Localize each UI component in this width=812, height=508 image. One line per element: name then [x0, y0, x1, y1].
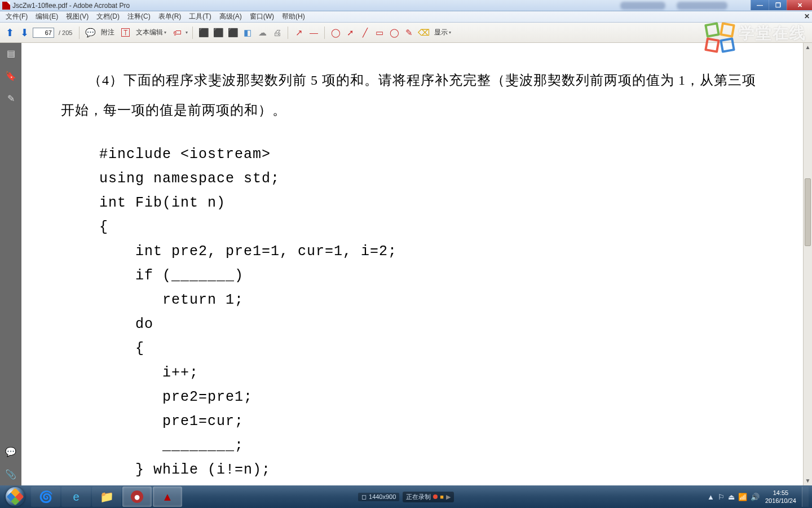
navigation-pane: ▤ 🔖 ✎ 💬 📎 [0, 43, 21, 485]
dropdown-icon[interactable]: ▾ [186, 30, 188, 35]
menu-document[interactable]: 文档(D) [93, 11, 123, 23]
oval-icon[interactable]: ◯ [388, 27, 400, 39]
taskbar-explorer[interactable]: 📁 [92, 487, 121, 507]
record-dot-icon [433, 494, 438, 499]
page-count-label: / 205 [59, 29, 72, 36]
taskbar-center-info: ◻ 812x508 正在录制■▶ [358, 492, 454, 502]
toolbar-separator [324, 27, 325, 39]
window-title: JscZw1-10flee.pdf - Adobe Acrobat Pro [12, 2, 130, 10]
document-close-button[interactable]: ✕ [804, 12, 810, 20]
arrow-tool-icon[interactable]: ↗ [293, 27, 305, 39]
menu-advanced[interactable]: 高级(A) [216, 11, 245, 23]
menu-window[interactable]: 窗口(W) [246, 11, 277, 23]
toolbar: ⬆ ⬇ / 205 💬 附注 🅃 文本编辑▾ 🏷▾ ⬛ ⬛ ⬛ ◧ ☁ 🖨 ↗ … [0, 23, 812, 43]
tray-clock[interactable]: 14:55 2016/10/24 [765, 489, 796, 505]
menu-file[interactable]: 文件(F) [2, 11, 31, 23]
tray-network-icon[interactable]: 📶 [738, 493, 747, 501]
bookmarks-panel-icon[interactable]: 🔖 [5, 70, 16, 81]
scroll-down-icon[interactable]: ▼ [804, 476, 812, 485]
attachments-panel-icon[interactable]: 📎 [5, 468, 16, 480]
watermark-text: 学堂在线 [739, 23, 806, 44]
rectangle-icon[interactable]: ▭ [373, 27, 386, 39]
toolbar-separator [192, 27, 193, 39]
next-page-icon[interactable]: ⬇ [18, 27, 30, 39]
minimize-button[interactable]: — [751, 0, 769, 10]
toolbar-separator [288, 27, 288, 39]
highlight-yellow-icon[interactable]: ⬛ [197, 27, 210, 39]
menu-help[interactable]: 帮助(H) [279, 11, 308, 23]
pdf-page[interactable]: （4）下面的程序求斐波那契数列前 5 项的和。请将程序补充完整（斐波那契数列前两… [21, 43, 803, 485]
line-tool-icon[interactable]: — [307, 27, 320, 39]
document-viewport: （4）下面的程序求斐波那契数列前 5 项的和。请将程序补充完整（斐波那契数列前两… [21, 43, 812, 485]
tray-volume-icon[interactable]: 🔊 [751, 493, 760, 501]
close-button[interactable]: ✕ [787, 0, 812, 10]
sticky-note-icon[interactable]: 💬 [84, 27, 96, 39]
tray-flag-icon[interactable]: ⚐ [718, 493, 725, 501]
highlight-green-icon[interactable]: ⬛ [212, 27, 224, 39]
cloud-icon[interactable]: ☁ [256, 27, 268, 39]
scrollbar-thumb[interactable] [805, 178, 811, 246]
highlight-red-icon[interactable]: ⬛ [227, 27, 239, 39]
windows-taskbar: 🌀 e 📁 ● ▲ ◻ 812x508 正在录制■▶ ▲ ⚐ ⏏ 📶 🔊 14… [0, 485, 812, 508]
tray-date: 2016/10/24 [765, 497, 796, 505]
toolbar-separator [79, 27, 80, 39]
signatures-panel-icon[interactable]: ✎ [5, 93, 16, 104]
window-controls: — ❐ ✕ [751, 0, 812, 10]
taskbar-ie[interactable]: e [61, 487, 91, 507]
blurred-region [677, 2, 727, 10]
menu-forms[interactable]: 表单(R) [155, 11, 185, 23]
eraser-icon[interactable]: ⌫ [417, 27, 430, 39]
prev-page-icon[interactable]: ⬆ [3, 27, 16, 39]
menu-tools[interactable]: 工具(T) [186, 11, 214, 23]
taskbar-app-1[interactable]: 🌀 [31, 487, 60, 507]
tray-up-icon[interactable]: ▲ [707, 493, 714, 501]
menu-bar: 文件(F) 编辑(E) 视图(V) 文档(D) 注释(C) 表单(R) 工具(T… [0, 11, 812, 23]
attach-note-button[interactable]: 附注 [99, 27, 117, 38]
menu-comment[interactable]: 注释(C) [124, 11, 154, 23]
system-tray: ▲ ⚐ ⏏ 📶 🔊 14:55 2016/10/24 [707, 485, 812, 508]
resolution-badge: ◻ 812x508 [358, 493, 399, 501]
maximize-button[interactable]: ❐ [769, 0, 787, 10]
blurred-region [620, 2, 665, 10]
start-button[interactable] [0, 485, 30, 508]
watermark-subtext: xuetangx.com [739, 44, 806, 52]
lasso-icon[interactable]: ◯ [329, 27, 342, 39]
vertical-scrollbar[interactable]: ▲ ▼ [803, 43, 812, 485]
recording-indicator[interactable]: 正在录制■▶ [403, 492, 454, 502]
text-edit-button[interactable]: 文本编辑▾ [134, 27, 169, 38]
text-edit-icon[interactable]: 🅃 [119, 27, 131, 39]
tray-time: 14:55 [765, 489, 796, 497]
code-listing: #include <iostream> using namespace std;… [99, 142, 764, 482]
watermark-logo: 学堂在线 xuetangx.com [705, 23, 806, 52]
comments-panel-icon[interactable]: 💬 [5, 446, 16, 457]
page-number-input[interactable] [33, 28, 54, 38]
taskbar-acrobat[interactable]: ▲ [153, 487, 182, 507]
print-icon[interactable]: 🖨 [271, 27, 283, 39]
problem-statement: （4）下面的程序求斐波那契数列前 5 项的和。请将程序补充完整（斐波那契数列前两… [61, 65, 764, 125]
pdf-file-icon [2, 2, 10, 10]
taskbar-recorder[interactable]: ● [122, 487, 152, 507]
xuetangx-logo-icon [705, 23, 734, 52]
window-titlebar: JscZw1-10flee.pdf - Adobe Acrobat Pro — … [0, 0, 812, 11]
menu-view[interactable]: 视图(V) [63, 11, 92, 23]
pencil-icon[interactable]: ✎ [403, 27, 415, 39]
show-button[interactable]: 显示▾ [432, 27, 453, 38]
callout-icon[interactable]: ◧ [241, 27, 254, 39]
menu-edit[interactable]: 编辑(E) [32, 11, 61, 23]
arrow-red-icon[interactable]: ➚ [344, 27, 356, 39]
pages-panel-icon[interactable]: ▤ [5, 47, 16, 59]
show-desktop-button[interactable] [802, 487, 809, 507]
windows-orb-icon [6, 487, 25, 506]
line-red-icon[interactable]: ╱ [359, 27, 371, 39]
stamp-icon[interactable]: 🏷 [171, 27, 183, 39]
tray-usb-icon[interactable]: ⏏ [728, 493, 735, 501]
